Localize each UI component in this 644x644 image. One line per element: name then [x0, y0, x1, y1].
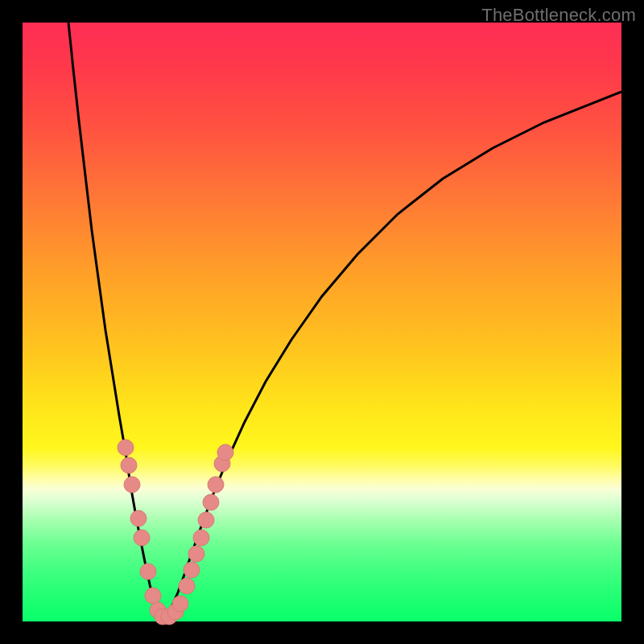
data-point [188, 546, 204, 562]
data-point [140, 564, 156, 580]
chart-svg [23, 23, 621, 621]
data-point [179, 578, 195, 594]
plot-area [23, 23, 621, 621]
watermark-text: TheBottleneck.com [481, 5, 636, 26]
curve-left-branch [68, 23, 159, 615]
data-point [118, 440, 134, 456]
data-point [130, 510, 147, 526]
data-point [184, 562, 200, 578]
data-point [124, 477, 140, 493]
data-point [203, 494, 219, 510]
data-point-markers [118, 440, 233, 625]
data-point [121, 457, 137, 473]
data-point [208, 477, 224, 493]
data-point [145, 588, 161, 604]
data-point [172, 596, 188, 612]
curve-right-branch [167, 92, 621, 615]
data-point [217, 444, 233, 460]
data-point [134, 530, 150, 546]
data-point [193, 530, 209, 546]
data-point [198, 512, 214, 528]
